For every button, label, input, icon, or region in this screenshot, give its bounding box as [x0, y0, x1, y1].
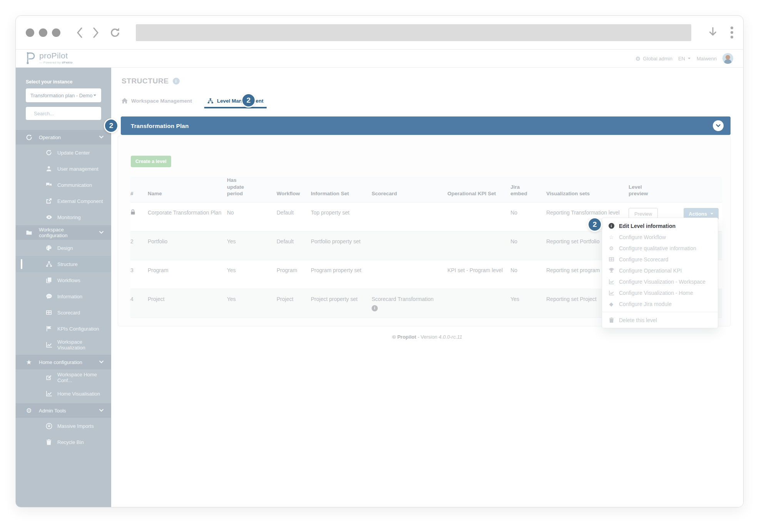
logo-subtitle: — Powered by dFakto [39, 61, 73, 64]
cell-workflow: Default [277, 238, 311, 260]
sidebar-item-monitoring[interactable]: Monitoring [16, 209, 111, 225]
cell-scorecard [372, 267, 447, 289]
global-admin-button[interactable]: ⚙ Global admin [636, 56, 672, 62]
refresh-icon [45, 150, 53, 156]
download-circle-icon [45, 423, 53, 429]
col-header-preview: Level preview [629, 184, 656, 202]
trash-icon [608, 317, 615, 323]
logo-title: proPilot [39, 51, 73, 60]
sidebar-item-home-visualisation[interactable]: Home Visualisation [16, 386, 111, 402]
chart-icon [45, 342, 53, 348]
sidebar-item-design[interactable]: Design [16, 240, 111, 256]
eye-icon [45, 214, 53, 220]
language-selector[interactable]: EN [678, 56, 691, 62]
cell-jira: Yes [510, 296, 546, 318]
back-icon[interactable] [76, 27, 83, 38]
sidebar-section-workspace-configuration[interactable]: Workspace configuration [16, 225, 111, 240]
tab-workspace-management[interactable]: Workspace Management [118, 93, 195, 108]
cell-scorecard [372, 238, 447, 260]
sidebar-item-kpis-configuration[interactable]: KPIs Configuration [16, 321, 111, 337]
browser-menu-icon[interactable] [731, 27, 733, 38]
cell-name: Program [148, 267, 227, 289]
cell-has-update: Yes [227, 238, 277, 260]
folder-icon [25, 229, 33, 236]
chat-icon [45, 182, 53, 188]
col-header-kpi-set: Operational KPI Set [447, 190, 510, 202]
menu-divider [602, 312, 718, 312]
sitemap-icon [45, 261, 53, 267]
cell-workflow: Project [277, 296, 311, 318]
cell-kpi-set [447, 238, 510, 260]
col-header-num: # [130, 190, 148, 202]
sidebar-item-massive-imports[interactable]: Massive Imports [16, 418, 111, 434]
sidebar-item-information[interactable]: Information [16, 288, 111, 304]
url-bar[interactable] [136, 24, 691, 41]
chart-icon [45, 391, 53, 397]
sidebar-item-user-management[interactable]: User management [16, 161, 111, 177]
comment-icon [45, 293, 53, 299]
col-header-has-update: Has update period [227, 177, 255, 202]
avatar[interactable] [722, 53, 733, 64]
cell-kpi-set [447, 209, 510, 231]
chevron-down-icon [93, 94, 97, 96]
col-header-info-set: Information Set [311, 190, 372, 202]
user-icon [45, 166, 53, 172]
cell-jira: No [510, 209, 546, 231]
propilot-logo-icon [24, 51, 36, 65]
menu-item-configure-scorecard[interactable]: Configure Scorecard [602, 254, 718, 265]
chart-icon [608, 290, 615, 296]
menu-item-configure-workflow[interactable]: ☆ Configure Workflow [602, 231, 718, 243]
menu-item-configure-jira-module[interactable]: ◆ Configure Jira module [602, 298, 718, 309]
cell-num: 4 [130, 296, 148, 318]
step-badge: 2 [241, 93, 256, 108]
col-header-workflow: Workflow [277, 190, 311, 202]
forward-icon[interactable] [93, 27, 99, 38]
sidebar-item-workspace-visualization[interactable]: Workspace Visualization [16, 337, 111, 353]
window-dot [52, 28, 60, 37]
search-input[interactable] [34, 111, 102, 116]
cell-has-update: Yes [227, 296, 277, 318]
cell-info-set: Portfolio property set [311, 238, 372, 260]
table-header-row: # Name Has update period Workflow Inform… [130, 177, 722, 203]
sidebar-item-communication[interactable]: Communication [16, 177, 111, 193]
info-icon[interactable]: i [173, 78, 180, 85]
sidebar-item-scorecard[interactable]: Scorecard [16, 304, 111, 321]
menu-item-delete-this-level[interactable]: Delete this level [602, 314, 718, 326]
sidebar-item-update-center[interactable]: Update Center [16, 145, 111, 161]
menu-item-configure-operational-kpi[interactable]: Configure Operational KPI [602, 265, 718, 276]
menu-item-edit-level-information[interactable]: i Edit Level information [602, 220, 718, 231]
create-level-button[interactable]: Create a level [131, 156, 171, 167]
col-header-jira: Jira embed [510, 184, 528, 202]
share-icon [45, 198, 53, 204]
sidebar-item-structure[interactable]: Structure [16, 256, 111, 272]
instance-select[interactable]: Transformation plan - Demo [26, 88, 101, 102]
active-indicator [21, 259, 22, 269]
refresh-icon[interactable] [109, 27, 121, 38]
sidebar-section-operation[interactable]: Operation [16, 130, 111, 145]
sidebar-item-external-component[interactable]: External Component [16, 193, 111, 209]
window-controls [26, 28, 60, 37]
menu-item-configure-visualization-workspace[interactable]: Configure Visualization - Workspace [602, 276, 718, 287]
menu-item-configure-visualization-home[interactable]: Configure Visualization - Home [602, 287, 718, 298]
sidebar-section-home-configuration[interactable]: ★ Home configuration [16, 355, 111, 369]
cell-kpi-set [447, 296, 510, 318]
tab-level-management[interactable]: Level Management [204, 93, 267, 108]
cell-workflow: Program [277, 267, 311, 289]
sidebar-item-recycle-bin[interactable]: Recycle Bin [16, 434, 111, 450]
sidebar-item-workflows[interactable]: Workflows [16, 272, 111, 288]
download-icon[interactable] [709, 27, 717, 38]
cell-info-set: Top property set [311, 209, 372, 231]
sidebar-item-workspace-home-conf[interactable]: Workspace Home Conf... [16, 369, 111, 386]
menu-item-configure-qualitative-information[interactable]: ⚙ Configure qualitative information [602, 243, 718, 254]
transformation-plan-header[interactable]: Transformation Plan [121, 116, 731, 135]
username[interactable]: Maiwenn [697, 56, 717, 62]
diamond-icon: ◆ [608, 301, 615, 307]
chevron-down-icon [716, 124, 721, 127]
collapse-toggle[interactable] [713, 120, 724, 131]
star-outline-icon: ☆ [608, 234, 615, 240]
step-badge: 2 [104, 118, 118, 133]
chart-icon [608, 279, 615, 284]
info-icon[interactable]: i [372, 305, 378, 311]
sidebar-search[interactable] [26, 107, 101, 120]
sidebar-section-admin-tools[interactable]: ⚙ Admin Tools [16, 403, 111, 418]
